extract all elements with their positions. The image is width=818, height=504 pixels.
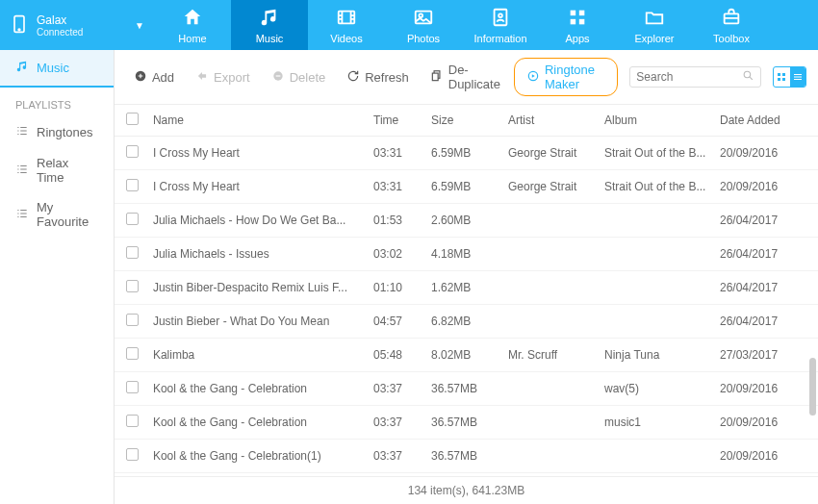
- sidebar: Music PLAYLISTS Ringtones Relax Time My …: [0, 50, 115, 504]
- cell-name: Justin Biber-Despacito Remix Luis F...: [153, 281, 373, 294]
- cell-name: Justin Bieber - What Do You Mean: [153, 315, 373, 328]
- cell-size: 8.02MB: [431, 348, 508, 362]
- table-row[interactable]: Justin Bieber - What Do You Mean04:576.8…: [115, 305, 818, 339]
- header-time[interactable]: Time: [373, 113, 431, 127]
- delete-button[interactable]: Delete: [264, 65, 334, 89]
- sidebar-item-favourite[interactable]: My Favourite: [0, 192, 114, 237]
- table-row[interactable]: Kalimba05:488.02MBMr. ScruffNinja Tuna27…: [115, 339, 818, 372]
- ringtone-maker-button[interactable]: Ringtone Maker: [514, 58, 618, 96]
- cell-size: 6.82MB: [431, 315, 508, 328]
- content: Add Export Delete Refresh De-Duplicate R…: [115, 50, 818, 504]
- svg-point-18: [744, 71, 751, 78]
- svg-rect-10: [579, 18, 585, 24]
- row-checkbox[interactable]: [126, 213, 139, 225]
- ringtone-icon: [526, 69, 540, 86]
- grid-view-button[interactable]: [774, 67, 789, 87]
- table-row[interactable]: Julia Michaels - How Do We Get Ba...01:5…: [115, 204, 818, 238]
- cell-size: 36.57MB: [431, 382, 508, 395]
- search-input[interactable]: [636, 70, 742, 84]
- cell-name: I Cross My Heart: [153, 180, 373, 193]
- nav-home[interactable]: Home: [154, 0, 231, 50]
- nav-toolbox[interactable]: Toolbox: [693, 0, 770, 50]
- table-row[interactable]: Justin Biber-Despacito Remix Luis F...01…: [115, 271, 818, 305]
- cell-date: 27/03/2017: [720, 348, 806, 362]
- topbar: Galax Connected ▼ Home Music Videos Phot…: [0, 0, 818, 50]
- device-name: Galax: [37, 13, 127, 27]
- nav-photos[interactable]: Photos: [385, 0, 462, 50]
- cell-time: 05:48: [373, 348, 431, 362]
- cell-date: 20/09/2016: [720, 146, 806, 160]
- cell-date: 20/09/2016: [720, 449, 806, 463]
- table-row[interactable]: Kool & the Gang - Celebration(2)03:3736.…: [115, 473, 818, 476]
- table-row[interactable]: I Cross My Heart03:316.59MBGeorge Strait…: [115, 170, 818, 204]
- chevron-down-icon: ▼: [135, 20, 144, 31]
- cell-artist: George Strait: [508, 146, 604, 160]
- header-name[interactable]: Name: [153, 113, 373, 127]
- svg-rect-21: [778, 78, 780, 81]
- plus-icon: [134, 69, 147, 86]
- row-checkbox[interactable]: [126, 246, 139, 259]
- cell-size: 4.18MB: [431, 247, 508, 261]
- row-checkbox[interactable]: [126, 347, 139, 360]
- cell-album: music1: [604, 416, 720, 429]
- cell-artist: George Strait: [508, 180, 604, 193]
- cell-time: 03:37: [373, 416, 431, 429]
- cell-date: 26/04/2017: [720, 315, 806, 328]
- status-bar: 134 item(s), 641.23MB: [115, 476, 818, 504]
- row-checkbox[interactable]: [126, 415, 139, 427]
- cell-time: 01:10: [373, 281, 431, 294]
- cell-date: 20/09/2016: [720, 382, 806, 395]
- nav-explorer[interactable]: Explorer: [616, 0, 693, 50]
- header-size[interactable]: Size: [431, 113, 508, 127]
- cell-time: 03:37: [373, 382, 431, 395]
- row-checkbox[interactable]: [126, 280, 139, 292]
- cell-artist: Mr. Scruff: [508, 348, 604, 362]
- row-checkbox[interactable]: [126, 448, 139, 461]
- nav-apps[interactable]: Apps: [539, 0, 616, 50]
- svg-rect-16: [432, 73, 438, 81]
- row-checkbox[interactable]: [126, 145, 139, 158]
- row-checkbox[interactable]: [126, 381, 139, 393]
- svg-rect-9: [571, 18, 576, 24]
- cell-time: 03:31: [373, 180, 431, 193]
- search-box[interactable]: [629, 66, 761, 88]
- row-checkbox[interactable]: [126, 179, 139, 191]
- folder-icon: [644, 7, 665, 31]
- device-selector[interactable]: Galax Connected ▼: [0, 12, 154, 39]
- row-checkbox[interactable]: [126, 314, 139, 326]
- cell-time: 01:53: [373, 214, 431, 227]
- add-button[interactable]: Add: [126, 65, 182, 89]
- device-status: Connected: [37, 27, 127, 38]
- header-album[interactable]: Album: [604, 113, 720, 127]
- nav-information[interactable]: Information: [462, 0, 539, 50]
- sidebar-item-ringtones[interactable]: Ringtones: [0, 116, 114, 148]
- nav-music[interactable]: Music: [231, 0, 308, 50]
- export-button[interactable]: Export: [188, 65, 258, 89]
- cell-size: 2.60MB: [431, 214, 508, 227]
- list-view-button[interactable]: [790, 67, 805, 87]
- table-row[interactable]: Kool & the Gang - Celebration03:3736.57M…: [115, 406, 818, 440]
- table-body[interactable]: I Cross My Heart03:316.59MBGeorge Strait…: [115, 137, 818, 476]
- scrollbar-thumb[interactable]: [809, 358, 816, 416]
- refresh-button[interactable]: Refresh: [339, 65, 417, 89]
- sidebar-item-relax[interactable]: Relax Time: [0, 148, 114, 192]
- table-row[interactable]: I Cross My Heart03:316.59MBGeorge Strait…: [115, 137, 818, 170]
- svg-rect-20: [782, 73, 785, 76]
- table-row[interactable]: Kool & the Gang - Celebration(1)03:3736.…: [115, 440, 818, 473]
- sidebar-tab-music[interactable]: Music: [0, 50, 114, 88]
- cell-size: 1.62MB: [431, 281, 508, 294]
- header-date[interactable]: Date Added: [720, 113, 806, 127]
- nav-videos[interactable]: Videos: [308, 0, 385, 50]
- table-row[interactable]: Kool & the Gang - Celebration03:3736.57M…: [115, 372, 818, 406]
- header-artist[interactable]: Artist: [508, 113, 604, 127]
- cell-album: wav(5): [604, 382, 720, 395]
- cell-date: 26/04/2017: [720, 281, 806, 294]
- video-icon: [336, 7, 357, 31]
- cell-date: 26/04/2017: [720, 247, 806, 261]
- table-row[interactable]: Julia Michaels - Issues03:024.18MB26/04/…: [115, 238, 818, 271]
- select-all-checkbox[interactable]: [126, 113, 139, 125]
- cell-name: I Cross My Heart: [153, 146, 373, 160]
- deduplicate-button[interactable]: De-Duplicate: [422, 59, 508, 95]
- phone-icon: [10, 12, 29, 39]
- view-toggle: [773, 66, 806, 88]
